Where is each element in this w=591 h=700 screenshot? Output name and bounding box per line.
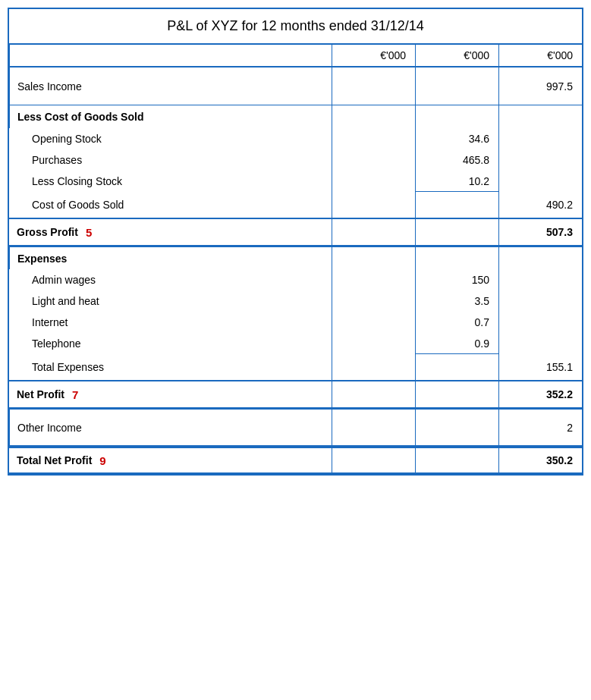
total-expenses-col3 (415, 354, 498, 380)
cost-of-goods-col4: 490.2 (498, 192, 582, 218)
internet-row: Internet 0.7 (9, 312, 582, 333)
total-net-profit-row: Total Net Profit 9 350.2 (9, 447, 582, 474)
gross-profit-label: Gross Profit 5 (9, 219, 332, 245)
net-profit-col4: 352.2 (498, 381, 582, 407)
less-closing-col3: 10.2 (415, 171, 498, 192)
cogs-header-col2 (332, 105, 415, 128)
cost-of-goods-row: Cost of Goods Sold 490.2 (9, 192, 582, 219)
gross-profit-row: Gross Profit 5 507.3 (9, 219, 582, 246)
light-heat-row: Light and heat 3.5 (9, 290, 582, 312)
admin-wages-row: Admin wages 150 (9, 269, 582, 290)
cogs-header-row: 4 Less Cost of Goods Sold (9, 105, 582, 128)
light-heat-label: Light and heat (9, 290, 332, 312)
net-profit-row: Net Profit 7 352.2 (9, 381, 582, 409)
cost-of-goods-col3 (415, 192, 498, 218)
opening-stock-row: Opening Stock 34.6 (9, 128, 582, 149)
sales-income-col4: 997.5 (498, 67, 582, 105)
expenses-header-row: 6 Expenses (9, 246, 582, 269)
purchases-col3: 465.8 (415, 149, 498, 171)
telephone-label: Telephone (9, 333, 332, 354)
less-closing-col2 (332, 171, 415, 192)
purchases-row: Purchases 465.8 (9, 149, 582, 171)
internet-label: Internet (9, 312, 332, 333)
net-profit-label: Net Profit 7 (9, 381, 332, 407)
cost-of-goods-label: Cost of Goods Sold (9, 192, 332, 218)
opening-stock-col4 (498, 128, 582, 149)
cost-of-goods-col2 (332, 192, 415, 218)
total-expenses-label: Total Expenses (9, 354, 332, 380)
report-title: 1 P&L of XYZ for 12 months ended 31/12/1… (9, 9, 582, 45)
other-income-label: Other Income (9, 410, 332, 445)
purchases-col2 (332, 149, 415, 171)
sales-income-row: 3 Sales Income 997.5 (9, 67, 582, 105)
opening-stock-label: Opening Stock (9, 128, 332, 149)
total-net-profit-label: Total Net Profit 9 (9, 448, 332, 472)
sales-income-col2 (332, 67, 415, 105)
gross-profit-col4: 507.3 (498, 219, 582, 245)
less-closing-col4 (498, 171, 582, 192)
other-income-col4: 2 (498, 410, 582, 445)
less-closing-row: Less Closing Stock 10.2 (9, 171, 582, 192)
internet-col3: 0.7 (415, 312, 498, 333)
telephone-row: Telephone 0.9 (9, 333, 582, 354)
title-text: P&L of XYZ for 12 months ended 31/12/14 (167, 18, 424, 33)
opening-stock-col3: 34.6 (415, 128, 498, 149)
header-col2: €'000 (332, 45, 415, 66)
opening-stock-col2 (332, 128, 415, 149)
admin-wages-col3: 150 (415, 269, 498, 290)
row-num-5: 5 (86, 226, 92, 239)
light-heat-col3: 3.5 (415, 290, 498, 312)
admin-wages-label: Admin wages (9, 269, 332, 290)
purchases-col4 (498, 149, 582, 171)
other-income-row: 8 Other Income 2 (9, 409, 582, 447)
sales-income-label: Sales Income (9, 67, 332, 105)
telephone-col3: 0.9 (415, 333, 498, 354)
row-num-7: 7 (72, 388, 78, 401)
less-closing-label: Less Closing Stock (9, 171, 332, 192)
row-num-9: 9 (99, 454, 105, 467)
header-col4: €'000 (498, 45, 582, 66)
gross-profit-col2 (332, 219, 415, 245)
gross-profit-col3 (415, 219, 498, 245)
expenses-header-label: Expenses (9, 247, 332, 269)
total-expenses-row: Total Expenses 155.1 (9, 354, 582, 381)
header-col3: €'000 (415, 45, 498, 66)
header-row: 2 €'000 €'000 €'000 (9, 45, 582, 67)
cogs-header-label: Less Cost of Goods Sold (9, 105, 332, 128)
purchases-label: Purchases (9, 149, 332, 171)
cogs-header-col3 (415, 105, 498, 128)
sales-income-col3 (415, 67, 498, 105)
total-net-profit-col4: 350.2 (498, 448, 582, 472)
header-col1 (9, 45, 332, 66)
cogs-header-col4 (498, 105, 582, 128)
total-expenses-col4: 155.1 (498, 354, 582, 380)
